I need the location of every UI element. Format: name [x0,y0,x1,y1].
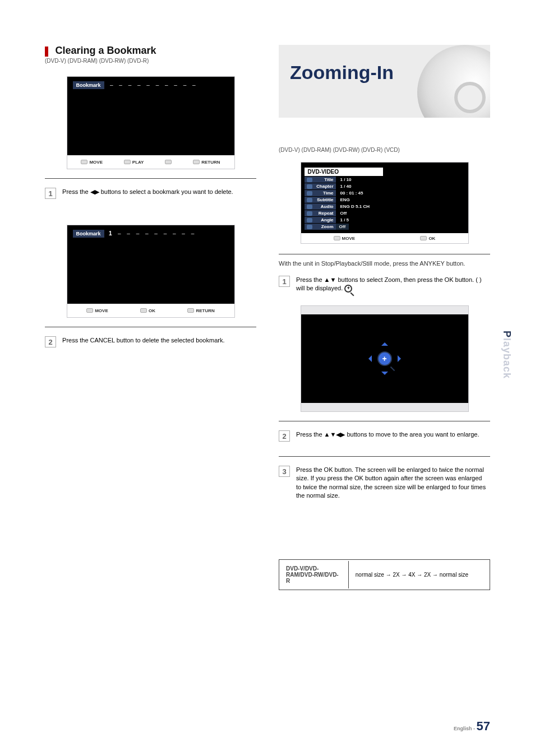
clearing-bookmark-section: Clearing a Bookmark (DVD-V) (DVD-RAM) (D… [45,45,256,73]
bookmark-screenshot-1: Bookmark – – – – – – – – – – MOVE PLAY R… [67,76,235,169]
zoom-size-table: DVD-V/DVD-RAM/DVD-RW/DVD-R normal size →… [279,559,490,590]
bookmark-slots: – – – – – – – – – [118,230,196,236]
chapter-icon [307,184,312,189]
ok-icon [420,236,427,240]
return-icon [187,308,194,313]
dvd-row-value: 00 : 01 : 45 [336,191,363,196]
foot-move: MOVE [81,160,103,165]
dvd-row-value: ENG D 5.1 CH [336,204,370,209]
title-icon [307,178,312,182]
zoom-cursor: + [365,339,404,378]
divider [45,327,256,327]
dvd-row-label: Title [305,177,336,183]
subtitle-icon [307,198,312,202]
dvd-row-value: Off [336,224,349,230]
ok-icon [140,308,147,313]
step-text: Press the ▲▼◀▶ buttons to move to the ar… [296,430,488,439]
foot-ok: OK [420,236,435,241]
dvd-row-value: ENG [336,197,350,202]
dvd-title: DVD-VIDEO [305,168,383,176]
foot-return: RETURN [193,160,220,165]
dvd-row-label: Zoom [305,224,336,230]
section-subtitle: (DVD-V) (DVD-RAM) (DVD-RW) (DVD-R) [45,58,256,64]
return-icon [193,160,200,164]
zoom-lead: With the unit in Stop/Playback/Still mod… [279,260,490,267]
step-num: 1 [279,276,290,287]
repeat-icon [307,211,312,216]
bookmark-slots: – – – – – – – – – – [110,82,198,88]
dvd-row-value: 1 / 10 [336,177,352,182]
foot-play: PLAY [124,160,144,165]
step-text: Press the OK button. The screen will be … [296,466,488,500]
cancel-icon [165,160,172,164]
foot-cancel [165,160,172,164]
foot-ok: OK [140,308,155,313]
bookmark-first-slot: 1 [109,230,112,236]
bookmark-screenshot-2: Bookmark 1 – – – – – – – – – MOVE OK RET… [67,225,235,318]
arrow-left-icon [365,355,372,362]
side-tab-rest: layback [501,338,513,379]
right-step-2: 2 Press the ▲▼◀▶ buttons to move to the … [279,430,490,442]
zoom-lens-icon: + [377,351,392,366]
divider [279,456,490,457]
page-number: English - 57 [454,719,490,734]
dvd-row-value: 1 / 5 [336,217,349,222]
nav-icon [334,236,340,240]
dvd-row-label: Angle [305,217,336,223]
foot-move: MOVE [334,236,356,241]
foot-move: MOVE [86,308,108,313]
left-step-1: 1 Press the ◀▶ buttons to select a bookm… [45,188,256,199]
angle-icon [307,218,312,222]
step-num: 2 [279,430,290,442]
dvd-row-label: Subtitle [305,197,336,203]
nav-icon [81,160,87,164]
dvd-row-label: Chapter [305,183,336,189]
section-title: Clearing a Bookmark [55,45,156,56]
magnify-icon: + [344,285,352,293]
dvd-osd-screenshot: DVD-VIDEO Title1 / 10 Chapter1 / 40 Time… [301,162,469,244]
zoom-table-right: normal size → 2X → 4X → 2X → normal size [350,561,488,588]
bookmark-tag: Bookmark [73,230,104,238]
zoom-table-left: DVD-V/DVD-RAM/DVD-RW/DVD-R [280,561,349,588]
divider [279,421,490,421]
side-tab: Playback [501,331,513,379]
dvd-row-label: Audio [305,203,336,210]
dvd-row-value: 1 / 40 [336,184,352,189]
foot-return: RETURN [187,308,214,313]
right-step-1: 1 Press the ▲▼ buttons to select Zoom, t… [279,276,490,293]
step-text: Press the ▲▼ buttons to select Zoom, the… [296,276,488,293]
page-lang: English - [454,726,477,731]
time-icon [307,191,312,196]
right-column: Zooming-In (DVD-V) (DVD-RAM) (DVD-RW) (D… [279,45,490,590]
arrow-down-icon [381,372,388,378]
divider [45,178,256,179]
arrow-up-icon [381,339,388,346]
dvd-row-label: Time [305,190,336,196]
audio-icon [307,205,312,209]
bookmark-tag: Bookmark [73,81,104,89]
nav-icon [86,308,93,313]
step-num: 2 [45,336,56,347]
step-num: 1 [45,188,56,199]
zoom-subtitle: (DVD-V) (DVD-RAM) (DVD-RW) (DVD-R) (VCD) [279,147,490,153]
left-step-2: 2 Press the CANCEL button to delete the … [45,336,256,347]
step-num: 3 [279,466,290,477]
divider [279,254,490,254]
section-tick [45,47,48,57]
zoom-cursor-screenshot: + [301,305,469,412]
zoom-heading-box: Zooming-In [279,45,490,118]
arrow-right-icon [398,355,404,362]
left-column: Clearing a Bookmark (DVD-V) (DVD-RAM) (D… [45,45,256,590]
step-text: Press the ◀▶ buttons to select a bookmar… [62,188,255,196]
step-text: Press the CANCEL button to delete the se… [62,336,255,345]
dvd-row-value: Off [336,211,347,216]
right-step-3: 3 Press the OK button. The screen will b… [279,466,490,500]
zoom-icon [307,225,312,229]
play-icon [124,160,131,164]
dvd-row-label: Repeat [305,210,336,216]
